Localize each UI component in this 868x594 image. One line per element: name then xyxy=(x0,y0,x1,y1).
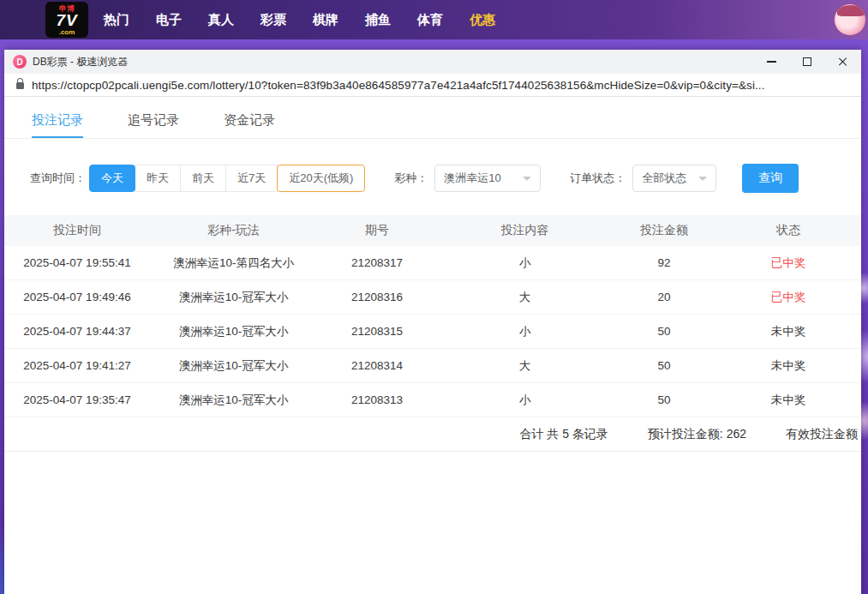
logo-text-main: 7V xyxy=(45,13,88,28)
browser-window: D DB彩票 - 极速浏览器 https://ctopcp02pcali.uen… xyxy=(4,50,861,594)
summary-expected-amount: 预计投注金额: 262 xyxy=(648,427,746,442)
cell-game-play: 澳洲幸运10-冠军大小 xyxy=(150,358,317,374)
window-title: DB彩票 - 极速浏览器 xyxy=(33,55,128,69)
close-icon xyxy=(838,57,848,67)
cell-issue-number: 21208313 xyxy=(317,393,437,406)
lock-icon xyxy=(16,82,24,89)
nav-item-5[interactable]: 捕鱼 xyxy=(365,12,391,28)
cell-issue-number: 21208316 xyxy=(317,291,437,303)
table-body: 2025-04-07 19:55:41澳洲幸运10-第四名大小21208317小… xyxy=(4,246,861,417)
logo-text-sub: .com xyxy=(45,28,88,36)
cell-status: 已中奖 xyxy=(715,290,861,305)
nav-item-0[interactable]: 热门 xyxy=(104,12,129,28)
search-button[interactable]: 查询 xyxy=(742,164,799,193)
cell-bet-time: 2025-04-07 19:35:47 xyxy=(4,393,150,406)
window-controls xyxy=(753,50,861,74)
summary-valid-amount: 有效投注金额 xyxy=(786,427,858,442)
time-option-1[interactable]: 昨天 xyxy=(135,165,181,192)
records-table: 投注时间彩种-玩法期号投注内容投注金额状态 2025-04-07 19:55:4… xyxy=(4,215,861,417)
chevron-down-icon xyxy=(523,177,531,181)
table-row: 2025-04-07 19:55:41澳洲幸运10-第四名大小21208317小… xyxy=(4,246,861,280)
table-header-row: 投注时间彩种-玩法期号投注内容投注金额状态 xyxy=(4,215,861,246)
minimize-icon xyxy=(767,61,776,63)
cell-bet-amount: 92 xyxy=(613,256,715,269)
column-header-0: 投注时间 xyxy=(4,223,150,238)
time-filter-group: 今天昨天前天近7天近20天(低频) xyxy=(89,165,365,192)
table-row: 2025-04-07 19:41:27澳洲幸运10-冠军大小21208314大5… xyxy=(4,349,861,383)
cell-bet-time: 2025-04-07 19:49:46 xyxy=(4,291,150,303)
cell-status: 未中奖 xyxy=(715,324,861,339)
cell-bet-time: 2025-04-07 19:41:27 xyxy=(4,359,150,372)
cell-game-play: 澳洲幸运10-冠军大小 xyxy=(150,290,317,305)
tab-1[interactable]: 追号记录 xyxy=(128,112,179,138)
cell-status: 未中奖 xyxy=(715,393,861,408)
cell-issue-number: 21208314 xyxy=(317,359,437,372)
cell-bet-content: 大 xyxy=(437,290,613,305)
table-row: 2025-04-07 19:44:37澳洲幸运10-冠军大小21208315小5… xyxy=(4,315,861,349)
cell-bet-time: 2025-04-07 19:55:41 xyxy=(4,256,150,269)
column-header-5: 状态 xyxy=(715,223,861,238)
nav-item-3[interactable]: 彩票 xyxy=(260,12,286,28)
time-option-3[interactable]: 近7天 xyxy=(225,165,278,192)
record-tabs: 投注记录追号记录资金记录 xyxy=(4,97,861,139)
site-favicon-icon: D xyxy=(13,55,27,69)
nav-item-4[interactable]: 棋牌 xyxy=(313,12,338,28)
status-filter-label: 订单状态： xyxy=(570,171,626,186)
nav-item-2[interactable]: 真人 xyxy=(208,12,234,28)
nav-item-6[interactable]: 体育 xyxy=(417,12,443,28)
chevron-down-icon xyxy=(698,177,707,181)
column-header-2: 期号 xyxy=(317,223,437,238)
user-avatar-icon[interactable] xyxy=(834,3,866,36)
status-select[interactable]: 全部状态 xyxy=(632,165,716,192)
time-option-0[interactable]: 今天 xyxy=(89,165,135,192)
site-nav: 热门电子真人彩票棋牌捕鱼体育优惠 xyxy=(104,12,495,28)
filter-bar: 查询时间： 今天昨天前天近7天近20天(低频) 彩种： 澳洲幸运10 订单状态：… xyxy=(30,164,861,193)
table-row: 2025-04-07 19:49:46澳洲幸运10-冠军大小21208316大2… xyxy=(4,280,861,315)
cell-bet-amount: 50 xyxy=(613,393,715,406)
cell-game-play: 澳洲幸运10-第四名大小 xyxy=(150,255,317,271)
site-logo[interactable]: 申博 7V .com xyxy=(45,2,88,38)
lottery-records-page: 投注记录追号记录资金记录 查询时间： 今天昨天前天近7天近20天(低频) 彩种：… xyxy=(4,97,861,594)
column-header-3: 投注内容 xyxy=(437,223,613,238)
lottery-select-value: 澳洲幸运10 xyxy=(444,171,500,186)
cell-bet-time: 2025-04-07 19:44:37 xyxy=(4,325,150,338)
close-button[interactable] xyxy=(825,50,861,74)
time-filter-label: 查询时间： xyxy=(30,171,86,186)
summary-total: 合计 共 5 条记录 xyxy=(519,427,608,442)
status-select-value: 全部状态 xyxy=(642,171,686,186)
nav-item-7[interactable]: 优惠 xyxy=(470,12,495,28)
nav-item-1[interactable]: 电子 xyxy=(156,12,182,28)
cell-bet-content: 大 xyxy=(437,358,613,374)
cell-game-play: 澳洲幸运10-冠军大小 xyxy=(150,324,317,339)
minimize-button[interactable] xyxy=(753,50,789,74)
site-topbar: 申博 7V .com 热门电子真人彩票棋牌捕鱼体育优惠 xyxy=(0,0,868,39)
cell-bet-content: 小 xyxy=(437,255,613,271)
browser-titlebar: D DB彩票 - 极速浏览器 xyxy=(4,50,861,74)
cell-bet-amount: 50 xyxy=(613,325,715,338)
tab-0[interactable]: 投注记录 xyxy=(32,112,83,138)
cell-game-play: 澳洲幸运10-冠军大小 xyxy=(150,393,317,408)
url-text[interactable]: https://ctopcp02pcali.uengi5e.com/lotter… xyxy=(32,79,765,92)
cell-bet-amount: 20 xyxy=(613,291,715,303)
browser-urlbar[interactable]: https://ctopcp02pcali.uengi5e.com/lotter… xyxy=(4,74,861,97)
lottery-select[interactable]: 澳洲幸运10 xyxy=(434,165,541,192)
time-option-4[interactable]: 近20天(低频) xyxy=(277,165,365,192)
cell-status: 未中奖 xyxy=(715,358,861,374)
time-option-2[interactable]: 前天 xyxy=(180,165,226,192)
column-header-4: 投注金额 xyxy=(613,223,715,238)
desktop-background: D DB彩票 - 极速浏览器 https://ctopcp02pcali.uen… xyxy=(0,39,868,594)
column-header-1: 彩种-玩法 xyxy=(150,223,317,238)
screen: 申博 7V .com 热门电子真人彩票棋牌捕鱼体育优惠 D DB彩票 - 极速浏… xyxy=(0,0,868,594)
maximize-button[interactable] xyxy=(789,50,825,74)
maximize-icon xyxy=(803,57,811,66)
cell-bet-content: 小 xyxy=(437,324,613,339)
table-row: 2025-04-07 19:35:47澳洲幸运10-冠军大小21208313小5… xyxy=(4,383,861,417)
tab-2[interactable]: 资金记录 xyxy=(224,112,275,138)
summary-bar: 合计 共 5 条记录 预计投注金额: 262 有效投注金额 xyxy=(4,417,861,452)
lottery-filter-label: 彩种： xyxy=(394,171,428,186)
cell-bet-content: 小 xyxy=(437,393,613,408)
cell-issue-number: 21208317 xyxy=(317,256,437,269)
cell-issue-number: 21208315 xyxy=(317,325,437,338)
cell-bet-amount: 50 xyxy=(613,359,715,372)
cell-status: 已中奖 xyxy=(715,255,861,271)
